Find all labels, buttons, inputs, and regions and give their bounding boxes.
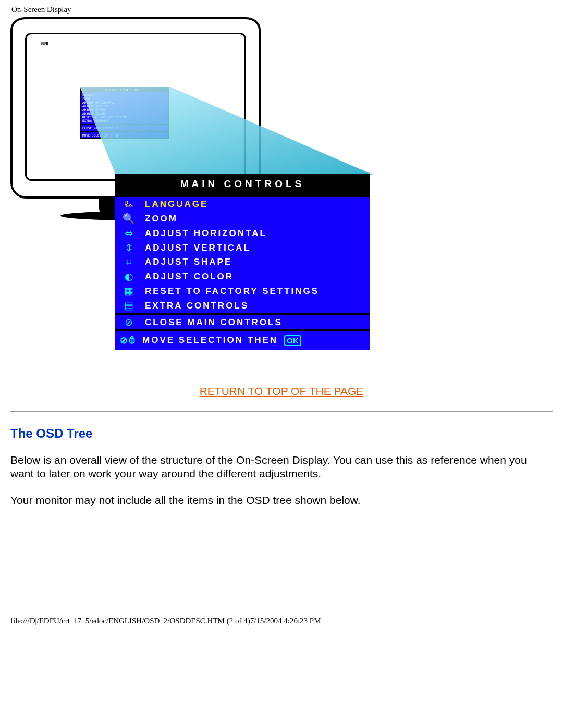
crt-model-badge: 100 ▮ <box>41 41 47 46</box>
osd-item-label: ZOOM <box>145 214 178 224</box>
reset-icon: ▦ <box>120 285 138 297</box>
osd-close-main-controls[interactable]: ⊘ CLOSE MAIN CONTROLS <box>115 315 370 329</box>
mini-osd-item: ADJUST VERTICAL <box>82 104 167 108</box>
down-icon: ⊘ <box>120 316 138 328</box>
mini-osd-item: ADJUST SHAPE <box>82 108 167 112</box>
osd-item-label: ADJUST SHAPE <box>145 257 232 267</box>
color-icon: ◐ <box>120 270 138 282</box>
osd-item-adjust-color[interactable]: ◐ ADJUST COLOR <box>115 269 370 283</box>
osd-item-adjust-horizontal[interactable]: ⇔ ADJUST HORIZONTAL <box>115 226 370 240</box>
osd-item-label: CLOSE MAIN CONTROLS <box>145 317 283 328</box>
osd-item-zoom[interactable]: 🔍 ZOOM <box>115 211 370 226</box>
section-heading-osd-tree: The OSD Tree <box>10 426 553 441</box>
extra-icon: ▤ <box>120 300 138 312</box>
osd-menu-list: 🜐 LANGUAGE 🔍 ZOOM ⇔ ADJUST HORIZONTAL ⇕ … <box>115 197 370 313</box>
osd-item-label: ADJUST COLOR <box>145 272 234 282</box>
body-paragraph: Below is an overall view of the structur… <box>10 453 553 481</box>
mini-osd-item: ZOOM <box>82 97 167 101</box>
mini-osd-panel: MAIN CONTROLS LANGUAGE ZOOM ADJUST HORIZ… <box>80 87 169 139</box>
osd-item-label: ADJUST HORIZONTAL <box>145 228 267 239</box>
mini-osd-close: CLOSE MAIN CONTROLS <box>82 126 167 130</box>
osd-item-adjust-vertical[interactable]: ⇕ ADJUST VERTICAL <box>115 240 370 255</box>
vert-icon: ⇕ <box>120 242 138 254</box>
ok-button-icon: OK <box>284 335 301 346</box>
mini-osd-item: ADJUST COLOR <box>82 112 167 115</box>
mini-osd-footer: MOVE SELECTION THEN <box>82 133 167 137</box>
osd-item-extra-controls[interactable]: ▤ EXTRA CONTROLS <box>115 298 370 313</box>
section-divider <box>10 411 553 412</box>
mini-osd-title: MAIN CONTROLS <box>81 88 168 92</box>
shape-icon: ⌗ <box>120 256 138 268</box>
zoom-icon: 🔍 <box>120 213 138 225</box>
body-paragraph: Your monitor may not include all the ite… <box>10 493 553 507</box>
osd-footer-label: MOVE SELECTION THEN <box>142 335 278 346</box>
horiz-icon: ⇔ <box>120 227 138 239</box>
osd-title: MAIN CONTROLS <box>115 174 370 195</box>
page-footer-path: file:///D|/EDFU/crt_17_5/edoc/ENGLISH/OS… <box>10 616 553 630</box>
osd-item-label: RESET TO FACTORY SETTINGS <box>145 286 319 297</box>
mini-osd-item: EXTRA CONTROLS <box>82 119 167 122</box>
globe-icon: 🜐 <box>120 199 138 210</box>
osd-panel: MAIN CONTROLS 🜐 LANGUAGE 🔍 ZOOM ⇔ ADJUST… <box>115 174 370 350</box>
illustration-figure: 100 ▮ MAIN CONTROLS LANGUAGE ZOOM ADJUST… <box>10 17 396 372</box>
return-to-top-link[interactable]: RETURN TO TOP OF THE PAGE <box>10 385 553 398</box>
osd-item-adjust-shape[interactable]: ⌗ ADJUST SHAPE <box>115 255 370 269</box>
osd-footer-hint: ⊘⦽ MOVE SELECTION THEN OK <box>115 331 370 350</box>
osd-item-label: LANGUAGE <box>145 199 208 209</box>
osd-item-language[interactable]: 🜐 LANGUAGE <box>115 197 370 211</box>
mini-osd-item: ADJUST HORIZONTAL <box>82 101 167 104</box>
osd-item-label: EXTRA CONTROLS <box>145 301 249 311</box>
mini-osd-item: LANGUAGE <box>82 93 167 97</box>
osd-item-reset[interactable]: ▦ RESET TO FACTORY SETTINGS <box>115 283 370 298</box>
nav-arrows-icon: ⊘⦽ <box>120 335 137 346</box>
mini-osd-item: RESET TO FACTORY SETTINGS <box>82 115 167 119</box>
doc-header-title: On-Screen Display <box>11 5 553 14</box>
osd-item-label: ADJUST VERTICAL <box>145 243 251 253</box>
